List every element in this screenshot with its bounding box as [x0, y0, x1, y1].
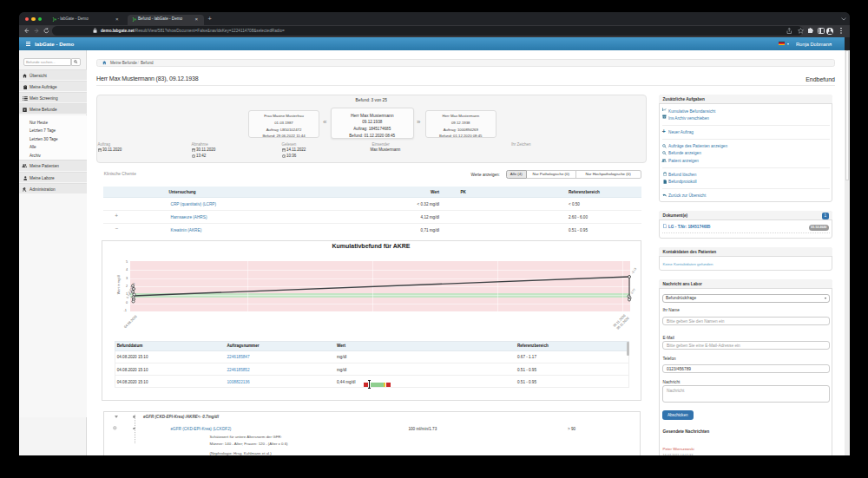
svg-text:04.08.2020: 04.08.2020 — [123, 314, 137, 328]
svg-text:0.74: 0.74 — [125, 292, 131, 299]
svg-text:0.77: 0.77 — [630, 287, 636, 294]
svg-text:-3.13: -3.13 — [630, 266, 637, 274]
